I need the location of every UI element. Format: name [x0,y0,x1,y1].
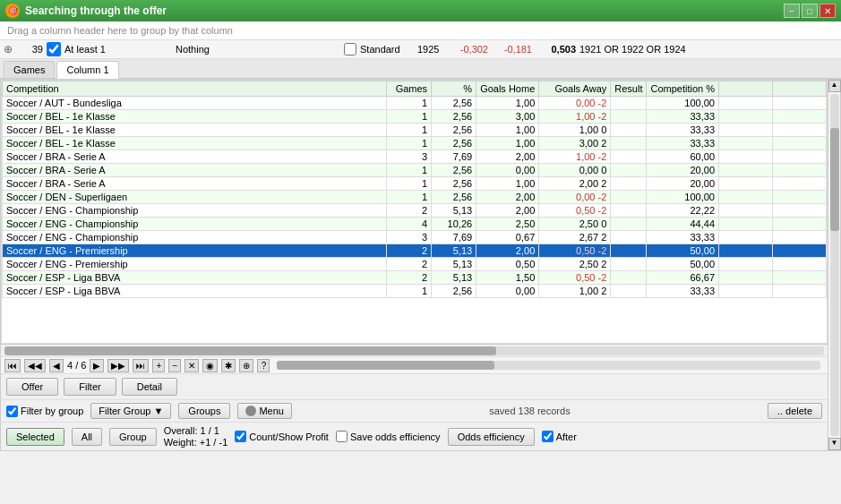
scroll-track[interactable] [830,94,839,436]
col-header-goals-away[interactable]: Goals Away [539,81,611,97]
cell-comp-pct: 50,00 [647,244,719,258]
data-table-container: Competition Games % Goals Home Goals Awa… [1,80,828,344]
tab-column1[interactable]: Column 1 [56,61,118,79]
filter-group-button[interactable]: Filter Group ▼ [90,403,171,419]
weight-text: Weight: +1 / -1 [164,437,228,448]
count-show-profit-label[interactable]: Count/Show Profit [235,431,329,442]
filter-use-checkbox[interactable] [47,42,61,56]
after-label[interactable]: After [542,431,577,442]
table-row[interactable]: Soccer / ENG - Premiership 2 5,13 2,00 0… [3,244,827,258]
count-show-profit-checkbox[interactable] [235,431,246,442]
table-row[interactable]: Soccer / ESP - Liga BBVA 2 5,13 1,50 0,5… [3,271,827,285]
nav-first-button[interactable]: ⏮ [4,359,21,372]
table-row[interactable]: Soccer / DEN - Superligaen 1 2,56 2,00 0… [3,191,827,204]
table-row[interactable]: Soccer / BRA - Serie A 1 2,56 1,00 2,00 … [3,177,827,191]
cell-games: 1 [387,137,432,150]
scroll-down-button[interactable]: ▼ [828,438,841,450]
bottom-bar-1: Filter by group Filter Group ▼ Groups Me… [1,400,828,423]
col-header-competition[interactable]: Competition [3,81,387,97]
save-odds-eff-text: Save odds efficiency [350,431,441,442]
detail-button[interactable]: Detail [122,378,177,396]
table-row[interactable]: Soccer / BEL - 1e Klasse 1 2,56 1,00 1,0… [3,124,827,137]
hscroll-track[interactable] [4,346,824,355]
filter-profit1: -0,302 [448,44,488,55]
cell-competition: Soccer / AUT - Bundesliga [3,97,387,110]
table-row[interactable]: Soccer / ENG - Premiership 2 5,13 0,50 2… [3,258,827,271]
nav-close-button[interactable]: ✕ [185,359,199,372]
table-row[interactable]: Soccer / ENG - Championship 2 5,13 2,00 … [3,204,827,218]
save-odds-eff-label[interactable]: Save odds efficiency [336,431,441,442]
cell-result [611,177,647,191]
tabs-bar: Games Column 1 [0,59,841,79]
menu-button[interactable]: Menu [237,403,292,419]
table-row[interactable]: Soccer / BRA - Serie A 1 2,56 0,00 0,00 … [3,164,827,177]
odds-efficiency-button[interactable]: Odds efficiency [448,428,535,446]
cell-goals-home: 0,50 [476,258,539,271]
table-row[interactable]: Soccer / ENG - Championship 4 10,26 2,50… [3,218,827,231]
nav-prev-prev-button[interactable]: ◀◀ [24,359,46,372]
nav-add-button[interactable]: + [152,359,165,372]
cell-comp-pct: 33,33 [647,231,719,244]
cell-goals-away: 0,50 -2 [539,271,611,285]
col-header-extra1 [719,81,773,97]
tab-games[interactable]: Games [4,61,55,78]
cell-extra2 [773,218,827,231]
close-button[interactable]: ✕ [820,4,836,18]
scroll-up-button[interactable]: ▲ [828,80,841,92]
table-row[interactable]: Soccer / AUT - Bundesliga 1 2,56 1,00 0,… [3,97,827,110]
cell-goals-home: 0,00 [476,285,539,298]
nav-star-button[interactable]: ✱ [221,359,236,372]
delete-button[interactable]: .. delete [768,403,822,419]
cell-games: 1 [387,191,432,204]
hscroll-thumb[interactable] [4,346,496,355]
cell-goals-away: 2,67 2 [539,231,611,244]
all-button[interactable]: All [72,428,102,446]
horizontal-scrollbar[interactable] [1,344,828,356]
nav-help-button[interactable]: ? [257,359,270,372]
cell-pct: 5,13 [432,258,476,271]
table-row[interactable]: Soccer / BRA - Serie A 3 7,69 2,00 1,00 … [3,150,827,164]
nav-prev-button[interactable]: ◀ [49,359,64,372]
nav-circle-button[interactable]: ◉ [202,359,218,372]
save-odds-eff-checkbox[interactable] [336,431,348,442]
after-checkbox[interactable] [542,431,554,442]
group-button[interactable]: Group [109,428,157,446]
nav-next-next-button[interactable]: ▶▶ [107,359,129,372]
right-scrollbar[interactable]: ▲ ▼ [828,80,840,450]
filter-by-group-label[interactable]: Filter by group [6,406,83,417]
filter-102-checkbox[interactable] [344,43,356,56]
filter-by-group-checkbox[interactable] [6,406,18,417]
cell-result [611,204,647,218]
nav-next-button[interactable]: ▶ [90,359,104,372]
selected-button[interactable]: Selected [6,428,64,446]
table-row[interactable]: Soccer / ENG - Championship 3 7,69 0,67 … [3,231,827,244]
groups-button[interactable]: Groups [178,403,230,419]
cell-result [611,97,647,110]
table-row[interactable]: Soccer / ESP - Liga BBVA 1 2,56 0,00 1,0… [3,285,827,298]
nav-remove-button[interactable]: − [168,359,181,372]
scroll-thumb[interactable] [830,128,839,231]
col-header-comp-pct[interactable]: Competition % [647,81,719,97]
maximize-button[interactable]: □ [802,4,818,18]
col-header-goals-home[interactable]: Goals Home [476,81,539,97]
offer-button[interactable]: Offer [6,378,58,396]
cell-goals-away: 0,50 -2 [539,204,611,218]
cell-games: 1 [387,177,432,191]
filter-type: Standard [360,44,414,55]
table-row[interactable]: Soccer / BEL - 1e Klasse 1 2,56 1,00 3,0… [3,137,827,150]
col-header-pct[interactable]: % [432,81,476,97]
data-table: Competition Games % Goals Home Goals Awa… [2,81,827,298]
table-row[interactable]: Soccer / BEL - 1e Klasse 1 2,56 3,00 1,0… [3,110,827,124]
col-header-games[interactable]: Games [387,81,432,97]
nav-hscroll-thumb[interactable] [277,361,494,370]
cell-games: 1 [387,124,432,137]
filter-symbol: ⊕ [4,43,13,56]
filter-button[interactable]: Filter [64,378,116,396]
col-header-result[interactable]: Result [611,81,647,97]
nav-last-button[interactable]: ⏭ [133,359,149,372]
nav-plus-circle-button[interactable]: ⊕ [239,359,253,372]
minimize-button[interactable]: − [784,4,800,18]
menu-label: Menu [259,406,284,416]
cell-goals-away: 2,50 2 [539,258,611,271]
nav-hscroll-track[interactable] [277,361,820,370]
